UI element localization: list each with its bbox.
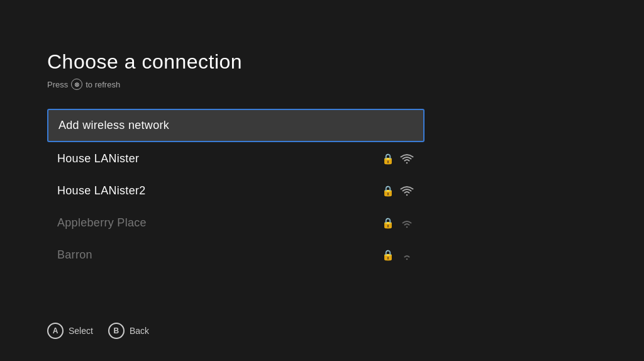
network-list: Add wireless network House LANister 🔒 Ho…	[47, 109, 425, 272]
network-icons-appleberry: 🔒	[382, 217, 414, 230]
network-name-house-lanister: House LANister	[57, 152, 139, 165]
lock-icon-house-lanister: 🔒	[382, 153, 394, 165]
network-item-house-lanister[interactable]: House LANister 🔒	[47, 143, 425, 174]
subtitle: Press ⊗ to refresh	[47, 79, 425, 90]
network-item-house-lanister2[interactable]: House LANister2 🔒	[47, 175, 425, 206]
refresh-icon: ⊗	[71, 79, 82, 90]
add-wireless-label: Add wireless network	[58, 119, 169, 132]
bottom-controls: A Select B Back	[47, 323, 149, 339]
b-button: B	[108, 323, 125, 339]
network-name-barron: Barron	[57, 248, 92, 262]
network-name-appleberry: Appleberry Place	[57, 216, 147, 230]
lock-icon-appleberry: 🔒	[382, 217, 394, 229]
main-container: Choose a connection Press ⊗ to refresh A…	[47, 50, 425, 272]
page-title: Choose a connection	[47, 50, 425, 74]
subtitle-text-before: Press	[47, 80, 68, 89]
wifi-icon-house-lanister2	[399, 185, 414, 197]
select-control[interactable]: A Select	[47, 323, 93, 339]
network-item-barron[interactable]: Barron 🔒	[47, 240, 425, 270]
network-icons-house-lanister: 🔒	[382, 153, 414, 165]
wifi-icon-barron	[399, 249, 414, 262]
back-label: Back	[130, 326, 149, 336]
network-icons-house-lanister2: 🔒	[382, 185, 414, 197]
subtitle-text-after: to refresh	[86, 80, 120, 89]
wifi-icon-house-lanister	[399, 153, 414, 165]
network-item-appleberry[interactable]: Appleberry Place 🔒	[47, 208, 425, 238]
wifi-icon-appleberry	[399, 217, 414, 230]
lock-icon-house-lanister2: 🔒	[382, 185, 394, 197]
a-button: A	[47, 323, 64, 339]
back-control[interactable]: B Back	[108, 323, 149, 339]
network-item-add-wireless[interactable]: Add wireless network	[47, 109, 425, 142]
select-label: Select	[69, 326, 93, 336]
network-name-house-lanister2: House LANister2	[57, 184, 146, 197]
network-icons-barron: 🔒	[382, 249, 414, 262]
lock-icon-barron: 🔒	[382, 249, 394, 261]
